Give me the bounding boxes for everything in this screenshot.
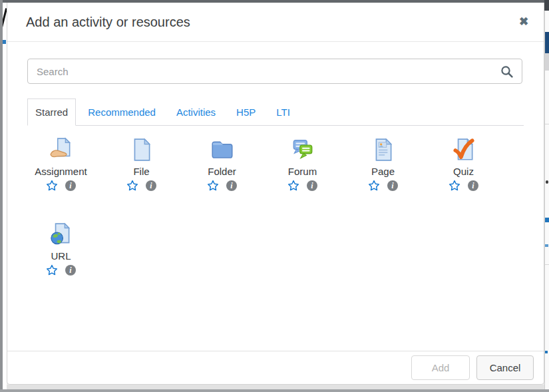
activity-tile-folder[interactable]: Folder i <box>182 134 262 194</box>
cancel-button[interactable]: Cancel <box>476 355 534 380</box>
activity-label: Folder <box>208 166 236 177</box>
activity-controls: i <box>207 180 237 192</box>
page-divider <box>545 124 549 124</box>
info-icon[interactable]: i <box>146 180 156 191</box>
activity-controls: i <box>126 180 156 192</box>
star-icon[interactable] <box>449 180 460 192</box>
page-divider <box>545 264 549 265</box>
tab-lti[interactable]: LTI <box>268 98 299 125</box>
activity-tile-url[interactable]: URL i <box>21 219 101 279</box>
tab-starred[interactable]: Starred <box>27 98 76 126</box>
page-navy-block <box>545 32 549 53</box>
folder-icon <box>210 134 235 162</box>
activity-label: File <box>133 166 149 177</box>
page-link-fragment <box>545 244 548 247</box>
tab-activities[interactable]: Activities <box>168 98 224 125</box>
star-icon[interactable] <box>46 264 58 276</box>
tab-h5p[interactable]: H5P <box>228 98 264 125</box>
activity-controls: i <box>368 180 398 192</box>
activity-label: URL <box>51 250 71 262</box>
url-icon <box>49 219 74 247</box>
info-icon[interactable]: i <box>65 265 76 276</box>
assignment-icon <box>49 134 74 162</box>
activity-label: Page <box>371 166 395 177</box>
window-frame-bottom <box>0 389 549 392</box>
activity-controls: i <box>46 264 76 276</box>
page-link-fragment <box>545 218 549 222</box>
page-link-fragment <box>3 40 6 44</box>
page-link-fragment <box>545 351 548 353</box>
activity-controls: i <box>287 180 317 192</box>
info-icon[interactable]: i <box>65 180 76 191</box>
star-icon[interactable] <box>287 180 299 192</box>
activity-controls: i <box>46 180 76 192</box>
info-icon[interactable]: i <box>468 180 478 191</box>
star-icon[interactable] <box>207 180 219 192</box>
activity-tile-quiz[interactable]: Quiz i <box>423 134 504 194</box>
activity-controls: i <box>449 180 478 192</box>
info-icon[interactable]: i <box>226 180 237 191</box>
activity-label: Quiz <box>453 166 474 177</box>
star-icon[interactable] <box>126 180 138 192</box>
info-icon[interactable]: i <box>387 180 398 191</box>
quiz-icon <box>451 134 476 162</box>
file-icon <box>129 134 154 162</box>
activity-tile-file[interactable]: File i <box>101 134 182 194</box>
star-icon[interactable] <box>368 180 380 192</box>
page-text-fragment <box>546 180 548 184</box>
star-icon[interactable] <box>46 180 58 192</box>
page-icon <box>371 134 396 162</box>
activity-tile-assignment[interactable]: Assignment i <box>21 134 101 194</box>
add-button[interactable]: Add <box>411 355 470 380</box>
modal-footer: Add Cancel <box>7 351 544 384</box>
modal-title: Add an activity or resources <box>26 15 190 30</box>
activity-grid: Assignment i File <box>21 134 505 279</box>
info-icon[interactable]: i <box>307 180 317 191</box>
activity-tile-page[interactable]: Page i <box>343 134 423 194</box>
activity-label: Forum <box>288 166 317 177</box>
tab-bar: Starred Recommended Activities H5P LTI <box>27 98 524 126</box>
activity-label: Assignment <box>35 166 87 177</box>
page-background-right <box>544 3 549 389</box>
search-icon <box>500 65 514 82</box>
page-navbar-fragment <box>544 0 549 11</box>
page-gray-block <box>545 53 549 71</box>
activity-tile-forum[interactable]: Forum i <box>262 134 343 194</box>
forum-icon <box>290 134 315 162</box>
modal-header: Add an activity or resources ✖ <box>7 3 544 42</box>
tab-recommended[interactable]: Recommended <box>79 98 164 125</box>
close-icon[interactable]: ✖ <box>516 13 532 29</box>
search-box <box>27 59 522 84</box>
add-activity-modal: Add an activity or resources ✖ Starred R… <box>7 3 544 385</box>
search-input[interactable] <box>28 59 522 83</box>
page-background-bottom <box>3 385 544 389</box>
